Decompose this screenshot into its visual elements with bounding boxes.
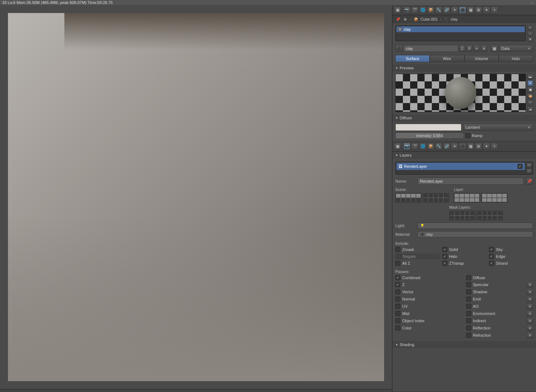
editor-type-button[interactable]: ▦: [394, 7, 401, 14]
checkbox[interactable]: [466, 333, 471, 338]
renderlayer-name-input[interactable]: [417, 178, 524, 185]
layer-cell[interactable]: [464, 198, 469, 202]
checkbox[interactable]: [466, 275, 471, 280]
constraints-tab-icon[interactable]: 🔧: [435, 143, 442, 150]
checkbox[interactable]: [442, 247, 447, 252]
pass-option-shadow[interactable]: Shadow⊘: [466, 289, 533, 295]
pass-option-vector[interactable]: Vector: [395, 289, 463, 295]
layer-cell[interactable]: [497, 211, 502, 216]
unlink-material-button[interactable]: ✕: [481, 45, 487, 52]
layer-cell[interactable]: [482, 193, 487, 198]
render-tab-icon[interactable]: 📷: [403, 143, 410, 150]
layer-cell[interactable]: [450, 211, 455, 216]
layer-cell[interactable]: [416, 193, 421, 198]
layer-cell[interactable]: [438, 193, 443, 198]
node-toggle-button[interactable]: ▦: [491, 45, 498, 52]
checkbox[interactable]: [395, 311, 400, 316]
checkbox[interactable]: [466, 289, 471, 294]
checkbox[interactable]: [466, 282, 471, 287]
link-mode-dropdown[interactable]: Data ▼: [499, 45, 533, 52]
checkbox[interactable]: [489, 261, 494, 266]
render-layer-item[interactable]: 🖼 RenderLayer: [396, 163, 525, 170]
user-count-button[interactable]: 2: [459, 45, 465, 52]
shading-panel-header[interactable]: ▼ Shading: [392, 341, 536, 348]
layer-cell[interactable]: [455, 211, 460, 216]
checkbox[interactable]: [395, 282, 400, 287]
remove-renderlayer-button[interactable]: −: [526, 169, 532, 174]
render-tab-icon[interactable]: 📷: [403, 7, 410, 14]
data-tab-icon[interactable]: ✴: [451, 143, 458, 150]
layer-cell[interactable]: [502, 193, 507, 198]
layer-cell[interactable]: [492, 193, 497, 198]
pass-option-indirect[interactable]: Indirect⊘: [466, 318, 533, 324]
checkbox[interactable]: [395, 304, 400, 309]
modifiers-tab-icon[interactable]: 🔗: [443, 7, 450, 14]
layer-cell[interactable]: [469, 198, 475, 202]
remove-slot-button[interactable]: −: [527, 31, 533, 36]
layer-cell[interactable]: [502, 198, 507, 202]
checkbox[interactable]: [395, 325, 400, 331]
collapse-icon[interactable]: ◇: [531, 1, 534, 5]
checkbox[interactable]: [395, 261, 400, 266]
breadcrumb-material[interactable]: clay: [451, 17, 458, 21]
layer-cell[interactable]: [454, 193, 459, 198]
layer-cell[interactable]: [460, 216, 465, 220]
extra-tab-icon[interactable]: ✧: [491, 7, 498, 14]
layer-cell[interactable]: [475, 193, 480, 198]
pass-option-ao[interactable]: AO⊘: [466, 303, 533, 309]
layer-cell[interactable]: [487, 198, 492, 202]
pin-icon[interactable]: 📌: [395, 17, 400, 22]
pass-option-reflection[interactable]: Reflection⊘: [466, 325, 533, 331]
layer-cell[interactable]: [497, 193, 502, 198]
image-editor-viewport[interactable]: [0, 5, 392, 389]
layer-cell[interactable]: [406, 193, 411, 198]
editor-type-button[interactable]: ▦: [394, 143, 401, 150]
render-layer-enabled-checkbox[interactable]: [518, 164, 523, 169]
pass-option-emit[interactable]: Emit⊘: [466, 296, 533, 302]
pass-option-combined[interactable]: Combined: [395, 275, 463, 280]
particles-tab-icon[interactable]: ⊞: [475, 7, 482, 14]
layer-cell[interactable]: [438, 198, 443, 202]
material-tab-icon[interactable]: ⚫: [459, 7, 466, 14]
ramp-checkbox[interactable]: [465, 133, 471, 138]
layer-cell[interactable]: [492, 216, 497, 220]
tab-halo[interactable]: Halo: [499, 55, 533, 62]
checkbox[interactable]: [466, 318, 471, 323]
data-tab-icon[interactable]: ✴: [451, 7, 458, 14]
preview-hair-icon[interactable]: 〰: [527, 100, 533, 106]
exclude-button[interactable]: ⊘: [527, 296, 533, 302]
pass-option-normal[interactable]: Normal: [395, 296, 463, 302]
layer-cell[interactable]: [477, 216, 482, 220]
add-slot-button[interactable]: +: [527, 25, 533, 30]
pass-option-color[interactable]: Color: [395, 325, 463, 331]
diffuse-color-swatch[interactable]: [395, 124, 461, 131]
tab-volume[interactable]: Volume: [464, 55, 499, 62]
layer-cell[interactable]: [482, 216, 487, 220]
layer-cell[interactable]: [465, 211, 470, 216]
checkbox[interactable]: [489, 254, 494, 259]
checkbox[interactable]: [395, 289, 400, 294]
texture-tab-icon[interactable]: ▩: [467, 7, 474, 14]
exclude-button[interactable]: ⊘: [527, 332, 533, 338]
layer-cell[interactable]: [459, 193, 464, 198]
material-slot-active[interactable]: clay: [396, 26, 525, 32]
checkbox[interactable]: [395, 318, 400, 323]
constraints-tab-icon[interactable]: 🔧: [435, 7, 442, 14]
add-renderlayer-button[interactable]: +: [526, 163, 532, 168]
preview-cube-icon[interactable]: ◼: [527, 87, 533, 93]
toggle-icon[interactable]: ⚙: [403, 17, 408, 22]
layer-cell[interactable]: [428, 193, 433, 198]
layers-panel-header[interactable]: ▼ Layers: [392, 152, 536, 159]
checkbox[interactable]: [395, 247, 400, 252]
pass-option-diffuse[interactable]: Diffuse: [466, 275, 533, 280]
mask-layer-grid[interactable]: [449, 211, 503, 220]
layer-cell[interactable]: [411, 193, 416, 198]
exclude-button[interactable]: ⊘: [527, 325, 533, 331]
scene-layer-grid[interactable]: [395, 193, 449, 203]
layer-cell[interactable]: [459, 198, 464, 202]
exclude-button[interactable]: ⊘: [527, 311, 533, 316]
object-tab-icon[interactable]: 📦: [427, 7, 434, 14]
image-editor-header[interactable]: [0, 389, 392, 392]
pass-option-specular[interactable]: Specular⊘: [466, 282, 533, 287]
diffuse-shader-dropdown[interactable]: Lambert ▼: [463, 124, 533, 131]
